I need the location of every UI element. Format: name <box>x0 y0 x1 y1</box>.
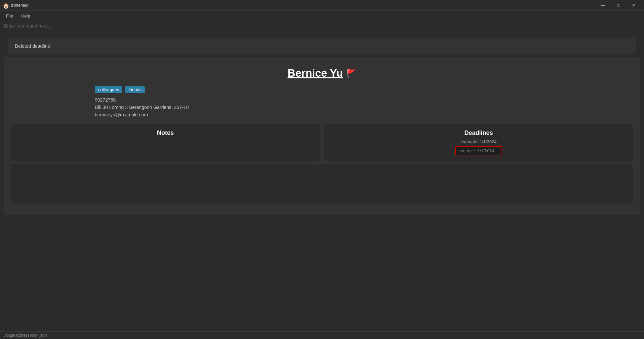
deadlines-panel: Deadlines example: 1/1/2024 <box>324 124 633 161</box>
contact-card: Bernice Yu 🚩 colleagues friends 99272758… <box>4 57 640 215</box>
app-title: d'Intérieur <box>11 3 29 8</box>
notification-banner: Deleted deadline <box>8 38 636 54</box>
command-bar <box>0 21 644 31</box>
tag-friends[interactable]: friends <box>125 86 145 93</box>
close-button[interactable]: ✕ <box>626 0 641 11</box>
panels-row: Notes Deadlines example: 1/1/2024 <box>11 124 633 161</box>
contact-name: Bernice Yu <box>288 67 343 79</box>
menu-bar: File Help <box>0 11 644 21</box>
notes-label: Notes <box>157 129 174 137</box>
app-icon: 🏠 <box>3 3 8 8</box>
menu-item-file[interactable]: File <box>3 12 16 20</box>
status-bar: .\data\addressbook.json <box>0 331 644 339</box>
contact-details: colleagues friends 99272758 Blk 30 Loron… <box>11 86 633 117</box>
notification-text: Deleted deadline <box>15 43 50 49</box>
tag-colleagues[interactable]: colleagues <box>95 86 122 93</box>
deadlines-label: Deadlines <box>464 129 493 137</box>
maximize-button[interactable]: □ <box>610 0 626 11</box>
title-bar-controls: — □ ✕ <box>595 0 641 11</box>
tags-row: colleagues friends <box>95 86 633 93</box>
notes-area[interactable] <box>11 164 633 204</box>
status-path: .\data\addressbook.json <box>4 333 47 338</box>
contact-phone: 99272758 <box>95 97 633 103</box>
deadline-placeholder: example: 1/1/2024 <box>461 139 497 144</box>
title-bar: 🏠 d'Intérieur — □ ✕ <box>0 0 644 11</box>
contact-name-row: Bernice Yu 🚩 <box>11 67 633 79</box>
notes-panel: Notes <box>11 124 320 161</box>
minimize-button[interactable]: — <box>595 0 610 11</box>
contact-email: berniceyu@example.com <box>95 112 633 117</box>
contact-address: Blk 30 Lorong 3 Serangoon Gardens, #07-1… <box>95 105 633 110</box>
menu-item-help[interactable]: Help <box>18 12 34 20</box>
deadline-input[interactable] <box>455 146 502 155</box>
main-content: Deleted deadline Bernice Yu 🚩 colleagues… <box>0 31 644 331</box>
flag-icon: 🚩 <box>346 69 356 78</box>
command-input[interactable] <box>4 23 640 29</box>
title-bar-left: 🏠 d'Intérieur <box>3 3 29 8</box>
